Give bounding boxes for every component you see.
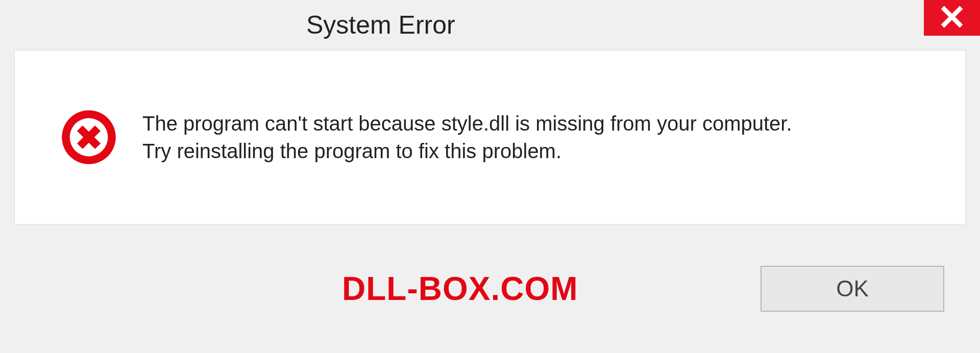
error-message-line2: Try reinstalling the program to fix this… xyxy=(142,137,792,165)
error-message: The program can't start because style.dl… xyxy=(142,110,792,165)
footer: DLL-BOX.COM OK xyxy=(0,224,980,353)
error-dialog-window: System Error The program can't start bec… xyxy=(0,0,980,353)
watermark-text: DLL-BOX.COM xyxy=(342,270,578,308)
window-title: System Error xyxy=(306,10,455,40)
content-panel: The program can't start because style.dl… xyxy=(14,50,966,224)
error-message-line1: The program can't start because style.dl… xyxy=(142,110,792,137)
ok-button[interactable]: OK xyxy=(761,266,944,312)
titlebar: System Error xyxy=(0,0,980,50)
close-icon xyxy=(940,5,964,31)
error-icon xyxy=(61,109,117,165)
close-button[interactable] xyxy=(924,0,980,36)
